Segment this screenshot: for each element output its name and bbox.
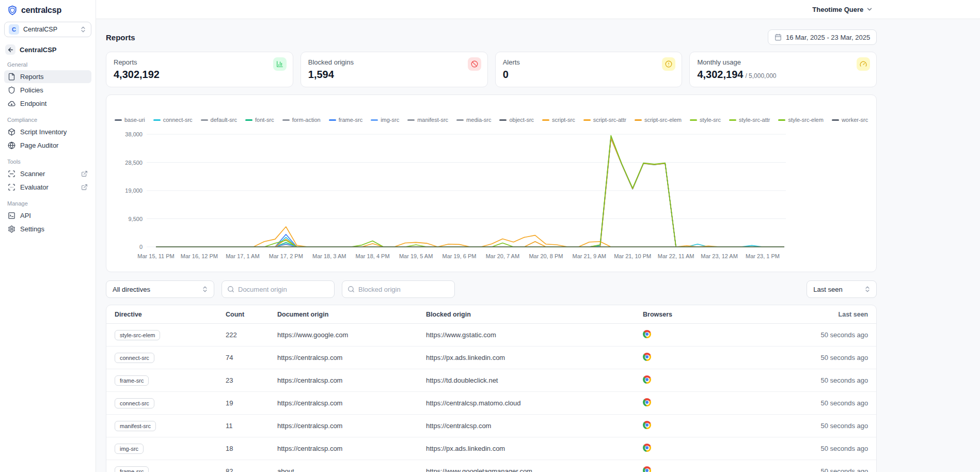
cell-document-origin: https://centralcsp.com: [269, 422, 418, 430]
chrome-icon: [643, 421, 651, 429]
table-row[interactable]: connect-src74https://centralcsp.comhttps…: [106, 347, 876, 369]
brand[interactable]: centralcsp: [4, 0, 91, 20]
legend-item-font-src[interactable]: font-src: [245, 117, 274, 123]
sidebar-item-label: API: [20, 212, 88, 219]
cell-directive: manifest-src: [106, 421, 217, 431]
legend-label: style-src-attr: [739, 117, 770, 123]
blocked-origin-input[interactable]: [358, 286, 449, 293]
date-range-picker[interactable]: 16 Mar, 2025 - 23 Mar, 2025: [768, 29, 877, 45]
document-origin-search: [222, 280, 335, 298]
legend-item-frame-src[interactable]: frame-src: [329, 117, 362, 123]
table-row[interactable]: connect-src19https://centralcsp.comhttps…: [106, 392, 876, 415]
column-header-blocked-origin: Blocked origin: [418, 311, 635, 318]
legend-label: connect-src: [163, 117, 193, 123]
cloud-plus-icon: [8, 100, 15, 107]
table-row[interactable]: img-src18https://centralcsp.comhttps://p…: [106, 437, 876, 460]
table-row[interactable]: frame-src23https://centralcsp.comhttps:/…: [106, 369, 876, 392]
sidebar-item-scanner[interactable]: Scanner: [4, 167, 91, 180]
stat-value-suffix: / 5,000,000: [745, 72, 776, 80]
svg-text:Mar 18, 3 AM: Mar 18, 3 AM: [312, 253, 346, 259]
table-row[interactable]: manifest-src11https://centralcsp.comhttp…: [106, 415, 876, 437]
bar-chart-icon: [273, 57, 287, 71]
cell-count: 23: [217, 376, 269, 384]
external-link-icon: [81, 184, 88, 191]
document-origin-input[interactable]: [238, 286, 329, 293]
legend-item-style-src[interactable]: style-src: [690, 117, 721, 123]
legend-item-style-src-elem[interactable]: style-src-elem: [778, 117, 823, 123]
cell-document-origin: https://centralcsp.com: [269, 399, 418, 407]
svg-text:Mar 17, 2 PM: Mar 17, 2 PM: [269, 253, 303, 259]
legend-item-script-src-elem[interactable]: script-src-elem: [635, 117, 682, 123]
sidebar: centralcsp C CentralCSP CentralCSP Gener…: [0, 0, 96, 472]
chrome-icon: [643, 466, 651, 472]
cell-blocked-origin: https://td.doubleclick.net: [418, 376, 635, 384]
legend-label: script-src-elem: [644, 117, 682, 123]
main-area: Theotime Quere Reports 16 Mar, 2025 - 23…: [96, 0, 980, 472]
content: Reports 16 Mar, 2025 - 23 Mar, 2025 Repo…: [96, 19, 980, 472]
sidebar-item-page-auditor[interactable]: Page Auditor: [4, 139, 91, 152]
svg-text:Mar 23, 12 AM: Mar 23, 12 AM: [701, 253, 738, 259]
svg-text:Mar 19, 6 PM: Mar 19, 6 PM: [442, 253, 476, 259]
chrome-icon: [643, 375, 651, 384]
directive-filter-select[interactable]: All directives: [106, 280, 214, 298]
cell-last-seen: 50 seconds ago: [718, 467, 876, 472]
legend-item-media-src[interactable]: media-src: [456, 117, 491, 123]
svg-text:Mar 22, 11 AM: Mar 22, 11 AM: [658, 253, 694, 259]
svg-text:Mar 21, 10 PM: Mar 21, 10 PM: [614, 253, 651, 259]
cell-blocked-origin: https://www.gstatic.com: [418, 331, 635, 339]
sidebar-item-endpoint[interactable]: Endpoint: [4, 97, 91, 110]
user-name: Theotime Quere: [812, 6, 863, 13]
stat-value: 0: [503, 69, 675, 81]
chrome-icon: [643, 353, 651, 361]
table-row[interactable]: frame-src82abouthttps://www.googletagman…: [106, 460, 876, 472]
user-menu[interactable]: Theotime Quere: [812, 6, 873, 13]
table-header: DirectiveCountDocument originBlocked ori…: [106, 305, 876, 324]
legend-swatch: [729, 119, 736, 121]
sidebar-item-policies[interactable]: Policies: [4, 84, 91, 97]
sort-select[interactable]: Last seen: [807, 280, 877, 298]
cell-blocked-origin: https://px.ads.linkedin.com: [418, 445, 635, 452]
project-back-row: CentralCSP: [5, 44, 90, 55]
legend-item-base-uri[interactable]: base-uri: [115, 117, 145, 123]
stat-card-reports: Reports4,302,192: [106, 52, 293, 87]
legend-swatch: [201, 119, 208, 121]
stat-label: Monthly usage: [697, 58, 869, 66]
table-row[interactable]: style-src-elem222https://www.google.comh…: [106, 324, 876, 347]
stat-label: Alerts: [503, 58, 675, 66]
brand-name: centralcsp: [21, 6, 61, 15]
chevrons-up-down-icon: [864, 286, 871, 293]
legend-item-manifest-src[interactable]: manifest-src: [407, 117, 448, 123]
back-button[interactable]: [5, 44, 15, 55]
sidebar-item-settings[interactable]: Settings: [4, 223, 91, 235]
legend-item-img-src[interactable]: img-src: [371, 117, 399, 123]
cell-directive: frame-src: [106, 466, 217, 472]
legend-item-style-src-attr[interactable]: style-src-attr: [729, 117, 770, 123]
legend-item-worker-src[interactable]: worker-src: [832, 117, 868, 123]
sidebar-item-api[interactable]: API: [4, 209, 91, 222]
cell-document-origin: https://centralcsp.com: [269, 354, 418, 361]
chrome-icon: [643, 398, 651, 406]
directive-badge: img-src: [115, 444, 144, 454]
reports-line-chart[interactable]: 09,50019,00028,50038,000Mar 15, 11 PMMar…: [115, 124, 793, 269]
legend-item-script-src-attr[interactable]: script-src-attr: [583, 117, 626, 123]
cell-last-seen: 50 seconds ago: [718, 445, 876, 452]
legend-swatch: [542, 119, 549, 121]
sidebar-item-label: Settings: [20, 225, 88, 233]
sidebar-item-label: Page Auditor: [20, 141, 88, 149]
legend-item-object-src[interactable]: object-src: [499, 117, 534, 123]
column-header-last-seen: Last seen: [718, 311, 876, 318]
legend-label: form-action: [292, 117, 321, 123]
cell-document-origin: about: [269, 467, 418, 472]
legend-item-connect-src[interactable]: connect-src: [153, 117, 193, 123]
terminal-icon: [8, 212, 15, 219]
chevrons-up-down-icon: [201, 286, 209, 293]
sidebar-item-reports[interactable]: Reports: [4, 70, 91, 83]
legend-item-default-src[interactable]: default-src: [201, 117, 237, 123]
sidebar-item-evaluator[interactable]: Evaluator: [4, 181, 91, 194]
legend-item-form-action[interactable]: form-action: [282, 117, 321, 123]
legend-item-script-src[interactable]: script-src: [542, 117, 575, 123]
cell-browsers: [635, 444, 718, 453]
cell-last-seen: 50 seconds ago: [718, 399, 876, 407]
sidebar-item-script-inventory[interactable]: Script Inventory: [4, 125, 91, 138]
org-selector[interactable]: C CentralCSP: [4, 22, 91, 37]
